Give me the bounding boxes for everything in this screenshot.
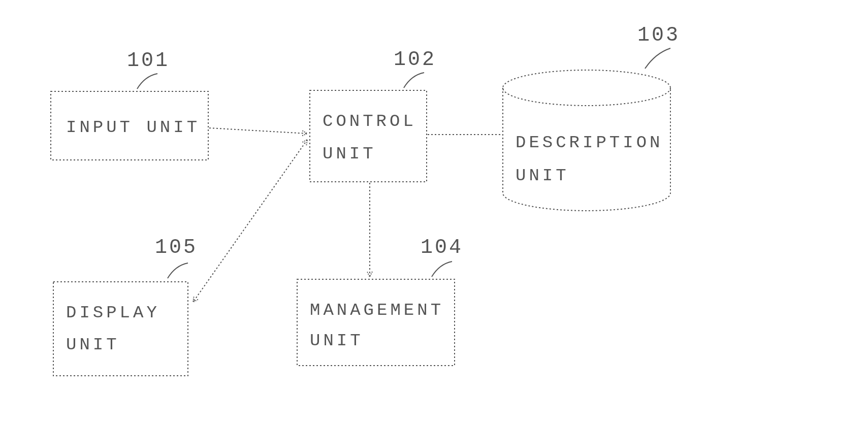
block-diagram: INPUT UNIT 101 CONTROL UNIT 102 DESCRIPT… (0, 0, 868, 425)
display-unit-label-1: DISPLAY (66, 303, 160, 322)
description-unit-ref: 103 (637, 24, 680, 47)
edge-input-to-control (209, 128, 307, 134)
management-unit-block: MANAGEMENT UNIT 104 (297, 236, 463, 366)
edge-control-display (193, 140, 307, 302)
management-unit-ref: 104 (421, 236, 463, 259)
control-unit-label-2: UNIT (323, 144, 376, 164)
description-unit-block: DESCRIPTION UNIT 103 (503, 24, 680, 211)
svg-rect-4 (53, 282, 188, 376)
control-unit-label-1: CONTROL (323, 112, 416, 131)
description-unit-label-2: UNIT (516, 166, 569, 185)
description-unit-label-1: DESCRIPTION (516, 133, 663, 152)
display-unit-block: DISPLAY UNIT 105 (53, 236, 198, 376)
management-unit-label-1: MANAGEMENT (310, 301, 444, 320)
input-unit-block: INPUT UNIT 101 (51, 49, 208, 160)
input-unit-label: INPUT UNIT (66, 118, 200, 137)
control-unit-ref: 102 (394, 48, 436, 71)
display-unit-ref: 105 (155, 236, 198, 259)
display-unit-label-2: UNIT (66, 335, 120, 354)
management-unit-label-2: UNIT (310, 331, 364, 350)
control-unit-block: CONTROL UNIT 102 (310, 48, 436, 182)
input-unit-ref: 101 (127, 49, 170, 72)
svg-rect-3 (297, 279, 455, 366)
svg-point-2 (503, 70, 670, 106)
svg-rect-1 (310, 90, 427, 182)
